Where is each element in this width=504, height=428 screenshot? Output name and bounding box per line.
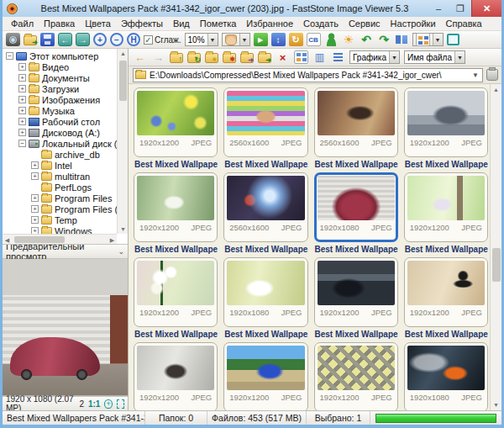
nav-forward-icon[interactable] bbox=[151, 50, 165, 64]
zoom-actual-icon[interactable]: H bbox=[127, 33, 140, 46]
expand-icon[interactable]: + bbox=[31, 172, 39, 180]
compare-icon[interactable] bbox=[395, 33, 409, 46]
prev-image-icon[interactable]: ← bbox=[58, 33, 72, 46]
thumbnails-scrollbar[interactable]: ▲ ▼ bbox=[490, 84, 501, 410]
tree-item-музыка[interactable]: +Музыка bbox=[3, 105, 117, 116]
tree-vertical-scrollbar[interactable]: ▲ ▼ bbox=[117, 49, 128, 234]
folder-open-icon[interactable] bbox=[24, 35, 37, 45]
menu-item-7[interactable]: Избранное bbox=[241, 18, 298, 29]
thumbnail-card[interactable]: 1920x1200JPEG bbox=[404, 87, 488, 157]
file-filter-dropdown[interactable]: Графика▼ bbox=[349, 50, 400, 64]
thumbnail-card[interactable]: 1920x1080JPEG bbox=[404, 342, 488, 410]
red-eye-icon[interactable] bbox=[324, 33, 339, 46]
tree-horizontal-scrollbar[interactable]: ◀ ▶ bbox=[3, 234, 117, 244]
menu-item-8[interactable]: Создать bbox=[298, 18, 344, 29]
sort-order-dropdown[interactable]: Имя файла▼ bbox=[404, 50, 465, 64]
thumbnail-card[interactable]: 1920x1200JPEG bbox=[134, 342, 218, 410]
menu-item-2[interactable]: Правка bbox=[39, 18, 80, 29]
expand-icon[interactable]: + bbox=[18, 74, 26, 82]
camera-acquire-icon[interactable] bbox=[6, 33, 20, 46]
favorites-folder-icon[interactable] bbox=[205, 53, 218, 63]
select-region-icon[interactable] bbox=[117, 399, 124, 409]
fullscreen-icon[interactable] bbox=[447, 34, 459, 45]
move-to-folder-icon[interactable] bbox=[258, 53, 271, 63]
scroll-down-icon[interactable]: ▼ bbox=[118, 225, 128, 234]
tree-item-perflogs[interactable]: PerfLogs bbox=[3, 182, 117, 193]
expand-icon[interactable]: + bbox=[31, 194, 39, 202]
menu-item-10[interactable]: Настройки bbox=[386, 18, 441, 29]
bird-branch-image[interactable] bbox=[407, 261, 485, 305]
next-image-icon[interactable]: → bbox=[76, 33, 90, 46]
collapse-chevron-icon[interactable]: ⌄ bbox=[118, 247, 124, 256]
red-mustang-image[interactable] bbox=[318, 176, 395, 220]
thumbnail-card[interactable]: 1920x1200JPEG bbox=[314, 342, 398, 410]
tree-item-archive-db[interactable]: archive_db bbox=[3, 149, 117, 160]
preview-image[interactable] bbox=[3, 295, 128, 396]
smoothing-checkbox[interactable]: ✓Сглаж. bbox=[144, 35, 181, 45]
chevron-down-icon[interactable]: ▼ bbox=[389, 51, 399, 63]
chevron-down-icon[interactable]: ▼ bbox=[433, 34, 443, 45]
address-bar[interactable]: E:\Downloads\Compressed\Best Mixed Wallp… bbox=[133, 68, 483, 82]
nav-back-icon[interactable] bbox=[133, 50, 147, 64]
stripe-girl-image[interactable] bbox=[227, 91, 304, 135]
menu-item-9[interactable]: Сервис bbox=[344, 18, 386, 29]
bokeh-flowers-image[interactable] bbox=[137, 91, 214, 135]
tunnel-car-image[interactable] bbox=[318, 261, 395, 305]
view-details-icon[interactable] bbox=[312, 50, 327, 64]
scroll-down-icon[interactable]: ▼ bbox=[491, 400, 501, 410]
thumbnail-card[interactable]: 2560x1600JPEG bbox=[223, 87, 307, 157]
chevron-down-icon[interactable]: ▼ bbox=[207, 34, 218, 45]
thumbnail-card[interactable]: 2560x1600JPEG bbox=[314, 87, 398, 157]
delete-icon[interactable] bbox=[276, 50, 290, 64]
scrollbar-thumb[interactable] bbox=[492, 248, 501, 282]
tree-item-изображения[interactable]: +Изображения bbox=[3, 94, 117, 105]
race-crash-image[interactable] bbox=[407, 346, 485, 390]
menu-item-11[interactable]: Справка bbox=[441, 18, 487, 29]
park-girl-image[interactable] bbox=[137, 176, 214, 220]
tree-item-локальный-диск-c-[interactable]: −Локальный диск (C:) bbox=[3, 138, 117, 149]
menu-item-6[interactable]: Пометка bbox=[195, 18, 242, 29]
layout-grid-dropdown[interactable]: ▼ bbox=[412, 33, 444, 46]
close-button[interactable]: ✕ bbox=[471, 0, 501, 17]
expand-icon[interactable]: + bbox=[31, 227, 39, 234]
tree-item-загрузки[interactable]: +Загрузки bbox=[3, 83, 117, 94]
refresh-folder-icon[interactable] bbox=[187, 53, 201, 63]
scrollbar-thumb[interactable] bbox=[119, 61, 127, 101]
bride-field-image[interactable] bbox=[227, 261, 304, 305]
tree-item-program-files[interactable]: +Program Files bbox=[3, 193, 117, 203]
thumbnail-card[interactable]: 1920x1200JPEG bbox=[134, 172, 218, 242]
tree-item-видео[interactable]: +Видео bbox=[3, 61, 117, 72]
convert-icon[interactable] bbox=[289, 33, 303, 46]
expand-icon[interactable]: + bbox=[18, 129, 26, 136]
copy-to-folder-icon[interactable] bbox=[240, 53, 254, 63]
scroll-left-icon[interactable]: ◀ bbox=[3, 235, 12, 245]
gun-girl-image[interactable] bbox=[318, 91, 395, 135]
expand-icon[interactable]: + bbox=[18, 85, 26, 92]
diamond-pattern-image[interactable] bbox=[318, 346, 395, 390]
tree-item-multitran[interactable]: +multitran bbox=[3, 171, 117, 182]
expand-icon[interactable]: + bbox=[18, 118, 26, 125]
menu-item-3[interactable]: Цвета bbox=[80, 18, 116, 29]
tree-item-этот-компьютер[interactable]: −Этот компьютер bbox=[3, 50, 117, 61]
copy-move-icon[interactable] bbox=[271, 33, 286, 46]
expand-icon[interactable]: + bbox=[18, 107, 26, 114]
maximize-button[interactable]: ❐ bbox=[449, 0, 471, 17]
expand-icon[interactable]: + bbox=[18, 96, 26, 103]
daffodils-image[interactable] bbox=[137, 261, 214, 305]
tree-item-рабочий-стол[interactable]: +Рабочий стол bbox=[3, 116, 117, 127]
moto-girl-image[interactable] bbox=[137, 346, 214, 390]
tree-item-документы[interactable]: +Документы bbox=[3, 72, 117, 83]
expand-icon[interactable]: + bbox=[31, 161, 39, 169]
thumbnail-card[interactable]: 1920x1200JPEG bbox=[134, 257, 218, 327]
expand-icon[interactable]: + bbox=[18, 63, 26, 71]
thumbnail-card[interactable]: 2560x1600JPEG bbox=[223, 172, 307, 242]
scroll-up-icon[interactable]: ▲ bbox=[118, 49, 128, 58]
new-folder-icon[interactable] bbox=[223, 53, 236, 63]
menu-item-5[interactable]: Вид bbox=[168, 18, 195, 29]
checkbox-icon[interactable]: ✓ bbox=[144, 35, 153, 45]
zoom-level-dropdown[interactable]: 10%▼ bbox=[185, 33, 218, 46]
trash-icon[interactable] bbox=[486, 69, 498, 81]
minimize-button[interactable]: – bbox=[428, 0, 449, 17]
save-icon[interactable] bbox=[40, 33, 55, 46]
path-dropdown-icon[interactable]: ▼ bbox=[472, 71, 480, 79]
